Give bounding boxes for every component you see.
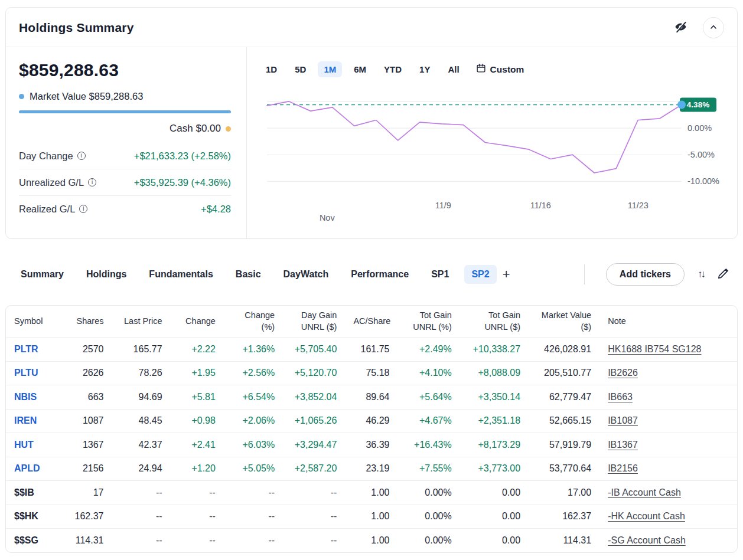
collapse-button[interactable] (703, 17, 724, 38)
tot-gain-unrl-cell: +3,350.14 (460, 385, 529, 410)
note-link[interactable]: HK1688 IB754 SG128 (608, 344, 701, 354)
tab-performance[interactable]: Performance (344, 265, 416, 284)
range-tab-6m[interactable]: 6M (348, 61, 372, 77)
tab-basic[interactable]: Basic (229, 265, 268, 284)
symbol-link[interactable]: NBIS (6, 385, 61, 410)
shares-cell: 663 (61, 385, 112, 410)
note-link[interactable]: -HK Account Cash (608, 511, 685, 521)
note-link[interactable]: IB2626 (608, 368, 638, 378)
tab-sp2[interactable]: SP2 (464, 265, 496, 284)
tab-summary[interactable]: Summary (14, 265, 71, 284)
info-icon[interactable]: i (88, 178, 96, 186)
tab-sp1[interactable]: SP1 (424, 265, 456, 284)
range-tab-1m[interactable]: 1M (318, 61, 342, 77)
column-header-day-gain[interactable]: Day Gain UNRL ($) (283, 306, 345, 338)
range-tab-5d[interactable]: 5D (289, 61, 312, 77)
table-row-pltu: PLTU262678.26+1.95+2.56%+5,120.7075.18+4… (6, 361, 737, 385)
tab-daywatch[interactable]: DayWatch (276, 265, 336, 284)
column-header-change[interactable]: Change (171, 306, 224, 338)
column-header-note[interactable]: Note (599, 306, 737, 338)
note-link[interactable]: IB1087 (608, 415, 638, 425)
change-pct-cell: +6.03% (224, 433, 283, 457)
note-cell: IB2156 (599, 457, 737, 481)
info-icon[interactable]: i (77, 152, 86, 160)
tot-gain-unrl-pct-cell: 0.00% (398, 505, 460, 529)
table-row-sshk: $$HK162.37--------1.000.00%0.00162.37-HK… (6, 505, 737, 529)
symbol-link[interactable]: $$HK (6, 505, 61, 529)
shares-cell: 2570 (61, 338, 112, 362)
column-header-tot-gain[interactable]: Tot Gain UNRL (%) (398, 306, 460, 338)
cash-dot-icon (226, 126, 231, 132)
x-axis-label: 11/9 (435, 201, 451, 210)
shares-cell: 1087 (61, 409, 112, 433)
day-change-value: +$21,633.23 (+2.58%) (134, 150, 231, 162)
tot-gain-unrl-cell: +10,338.27 (460, 338, 529, 362)
column-header-shares[interactable]: Shares (61, 306, 112, 338)
unrealized-gl-row: Unrealized G/Li +$35,925.39 (+4.36%) (19, 169, 231, 195)
symbol-link[interactable]: $$IB (6, 481, 61, 505)
column-header-market-value[interactable]: Market Value ($) (529, 306, 599, 338)
note-link[interactable]: -IB Account Cash (608, 487, 681, 497)
add-tickers-button[interactable]: Add tickers (606, 263, 685, 286)
day-gain-unrl-cell: +5,120.70 (283, 361, 345, 385)
column-header-ac-share[interactable]: AC/Share (345, 306, 397, 338)
ac-share-cell: 1.00 (345, 481, 397, 505)
ac-share-cell: 75.18 (345, 361, 397, 385)
tot-gain-unrl-cell: 0.00 (460, 505, 529, 529)
column-header-symbol[interactable]: Symbol (6, 306, 61, 338)
column-header-tot-gain[interactable]: Tot Gain UNRL ($) (460, 306, 529, 338)
tab-holdings[interactable]: Holdings (79, 265, 133, 284)
note-link[interactable]: IB1367 (608, 440, 638, 450)
symbol-link[interactable]: APLD (6, 457, 61, 481)
portfolio-return-line (267, 101, 682, 173)
symbol-link[interactable]: $$SG (6, 529, 61, 553)
custom-range-button[interactable]: Custom (476, 63, 524, 76)
note-link[interactable]: IB2156 (608, 463, 638, 473)
hide-values-button[interactable] (674, 20, 687, 35)
change-cell: +1.95 (171, 361, 224, 385)
range-tab-all[interactable]: All (442, 61, 465, 77)
last-price-cell: 42.37 (112, 433, 171, 457)
note-cell: IB1367 (599, 433, 737, 457)
tot-gain-unrl-cell: +8,088.09 (460, 361, 529, 385)
edit-icon[interactable] (717, 267, 729, 282)
time-range-tabs: 1D5D1M6MYTD1YAll Custom (258, 61, 728, 77)
range-tab-ytd[interactable]: YTD (378, 61, 408, 77)
column-header-change-[interactable]: Change (%) (224, 306, 283, 338)
symbol-link[interactable]: HUT (6, 433, 61, 457)
shares-cell: 1367 (61, 433, 112, 457)
day-gain-unrl-cell: -- (283, 481, 345, 505)
change-cell: +5.81 (171, 385, 224, 410)
sort-icon[interactable]: ↑↓ (698, 268, 704, 280)
change-pct-cell: +2.06% (224, 409, 283, 433)
last-price-cell: 94.69 (112, 385, 171, 410)
x-axis-label: 11/16 (530, 201, 551, 210)
holdings-table-card: SymbolSharesLast PriceChangeChange (%)Da… (5, 305, 738, 553)
tab-fundamentals[interactable]: Fundamentals (142, 265, 220, 284)
market-value-legend: Market Value $859,288.63 (19, 91, 231, 102)
note-link[interactable]: -SG Account Cash (608, 535, 686, 545)
change-pct-cell: -- (224, 505, 283, 529)
market-value-cell: 426,028.91 (529, 338, 599, 362)
tot-gain-unrl-cell: 0.00 (460, 529, 529, 553)
shares-cell: 114.31 (61, 529, 112, 553)
cash-label: Cash $0.00 (170, 123, 221, 135)
add-tab-button[interactable]: + (497, 267, 516, 282)
chevron-up-icon (709, 22, 718, 34)
change-cell: -- (171, 529, 224, 553)
performance-line-chart[interactable]: 0.00%-5.00%-10.00%4.38%Nov11/911/1611/23 (258, 88, 728, 227)
note-link[interactable]: IB663 (608, 392, 633, 402)
total-account-value: $859,288.63 (19, 60, 231, 80)
symbol-link[interactable]: PLTU (6, 361, 61, 385)
range-tab-1d[interactable]: 1D (260, 61, 283, 77)
page-title: Holdings Summary (19, 21, 134, 35)
table-row-ssib: $$IB17--------1.000.00%0.0017.00-IB Acco… (6, 481, 737, 505)
info-icon[interactable]: i (79, 205, 87, 213)
range-tab-1y[interactable]: 1Y (413, 61, 436, 77)
last-price-cell: -- (112, 529, 171, 553)
symbol-link[interactable]: IREN (6, 409, 61, 433)
column-header-last-price[interactable]: Last Price (112, 306, 171, 338)
symbol-link[interactable]: PLTR (6, 338, 61, 362)
last-price-cell: -- (112, 481, 171, 505)
note-cell: IB2626 (599, 361, 737, 385)
